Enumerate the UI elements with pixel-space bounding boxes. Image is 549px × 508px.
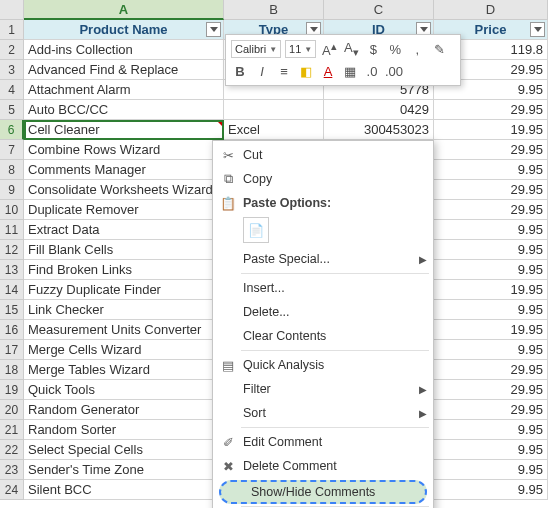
cell[interactable]: Fuzzy Duplicate Finder	[24, 280, 224, 300]
row-number[interactable]: 11	[0, 220, 24, 240]
cell[interactable]: Auto BCC/CC	[24, 100, 224, 120]
cell[interactable]: 29.95	[434, 400, 548, 420]
cell[interactable]: Merge Cells Wizard	[24, 340, 224, 360]
cell[interactable]: Select Special Cells	[24, 440, 224, 460]
comma-icon[interactable]: ,	[408, 42, 426, 57]
menu-clear[interactable]: Clear Contents	[213, 324, 433, 348]
cell[interactable]: Find Broken Links	[24, 260, 224, 280]
row-number[interactable]: 8	[0, 160, 24, 180]
font-color-icon[interactable]: A	[319, 64, 337, 79]
row-number[interactable]: 21	[0, 420, 24, 440]
filter-icon[interactable]	[206, 22, 221, 37]
row-number[interactable]: 2	[0, 40, 24, 60]
row-number[interactable]: 5	[0, 100, 24, 120]
menu-filter[interactable]: Filter▶	[213, 377, 433, 401]
row-number[interactable]: 20	[0, 400, 24, 420]
cell[interactable]: Silent BCC	[24, 480, 224, 500]
cell[interactable]	[224, 100, 324, 120]
borders-icon[interactable]: ▦	[341, 64, 359, 79]
cell[interactable]: Advanced Find & Replace	[24, 60, 224, 80]
menu-paste-special[interactable]: Paste Special...▶	[213, 247, 433, 271]
filter-icon[interactable]	[530, 22, 545, 37]
bold-icon[interactable]: B	[231, 64, 249, 79]
menu-delete[interactable]: Delete...	[213, 300, 433, 324]
col-header-B[interactable]: B	[224, 0, 324, 20]
cell[interactable]: 300453023	[324, 120, 434, 140]
cell[interactable]: 9.95	[434, 420, 548, 440]
decrease-font-icon[interactable]: A▾	[342, 40, 360, 59]
cell[interactable]: Quick Tools	[24, 380, 224, 400]
cell[interactable]: Excel	[224, 120, 324, 140]
menu-edit-comment[interactable]: ✐Edit Comment	[213, 430, 433, 454]
col-header-D[interactable]: D	[434, 0, 548, 20]
cell[interactable]: Measurement Units Converter	[24, 320, 224, 340]
select-all-corner[interactable]	[0, 0, 24, 20]
table-header-product[interactable]: Product Name	[24, 20, 224, 40]
row-number[interactable]: 19	[0, 380, 24, 400]
cell[interactable]: 19.95	[434, 280, 548, 300]
cell[interactable]: Combine Rows Wizard	[24, 140, 224, 160]
cell[interactable]: 29.95	[434, 360, 548, 380]
col-header-C[interactable]: C	[324, 0, 434, 20]
increase-font-icon[interactable]: A▴	[320, 40, 338, 58]
row-number[interactable]: 3	[0, 60, 24, 80]
cell[interactable]: 19.95	[434, 320, 548, 340]
row-number[interactable]: 4	[0, 80, 24, 100]
row-number[interactable]: 16	[0, 320, 24, 340]
cell[interactable]: 19.95	[434, 120, 548, 140]
fill-color-icon[interactable]: ◧	[297, 64, 315, 79]
percent-icon[interactable]: %	[386, 42, 404, 57]
cell[interactable]: Fill Blank Cells	[24, 240, 224, 260]
row-number[interactable]: 13	[0, 260, 24, 280]
cell[interactable]: Consolidate Worksheets Wizard	[24, 180, 224, 200]
menu-sort[interactable]: Sort▶	[213, 401, 433, 425]
cell[interactable]: Add-ins Collection	[24, 40, 224, 60]
cell[interactable]: 9.95	[434, 160, 548, 180]
cell[interactable]: Extract Data	[24, 220, 224, 240]
row-number[interactable]: 23	[0, 460, 24, 480]
menu-cut[interactable]: ✂Cut	[213, 143, 433, 167]
cell[interactable]: 29.95	[434, 180, 548, 200]
decrease-decimal-icon[interactable]: .0	[363, 64, 381, 79]
row-number[interactable]: 12	[0, 240, 24, 260]
font-select[interactable]: Calibri▼	[231, 40, 281, 58]
row-number[interactable]: 10	[0, 200, 24, 220]
row-number[interactable]: 18	[0, 360, 24, 380]
cell[interactable]: 9.95	[434, 260, 548, 280]
currency-icon[interactable]: $	[364, 42, 382, 57]
increase-decimal-icon[interactable]: .00	[385, 64, 403, 79]
cell[interactable]: 9.95	[434, 300, 548, 320]
row-number[interactable]: 7	[0, 140, 24, 160]
row-number[interactable]: 17	[0, 340, 24, 360]
cell[interactable]: Sender's Time Zone	[24, 460, 224, 480]
menu-insert[interactable]: Insert...	[213, 276, 433, 300]
italic-icon[interactable]: I	[253, 64, 271, 79]
font-size-select[interactable]: 11▼	[285, 40, 316, 58]
cell[interactable]: Link Checker	[24, 300, 224, 320]
align-icon[interactable]: ≡	[275, 64, 293, 79]
cell[interactable]: 9.95	[434, 340, 548, 360]
cell[interactable]: Comments Manager	[24, 160, 224, 180]
row-number[interactable]: 9	[0, 180, 24, 200]
cell[interactable]: Merge Tables Wizard	[24, 360, 224, 380]
cell[interactable]: Random Generator	[24, 400, 224, 420]
cell[interactable]: 9.95	[434, 240, 548, 260]
cell[interactable]: 9.95	[434, 460, 548, 480]
row-number[interactable]: 24	[0, 480, 24, 500]
col-header-A[interactable]: A	[24, 0, 224, 20]
menu-delete-comment[interactable]: ✖Delete Comment	[213, 454, 433, 478]
cell[interactable]: 9.95	[434, 480, 548, 500]
cell[interactable]: Cell Cleaner	[24, 120, 224, 140]
cell[interactable]: 29.95	[434, 200, 548, 220]
row-number[interactable]: 6	[0, 120, 24, 140]
cell[interactable]: Duplicate Remover	[24, 200, 224, 220]
cell[interactable]: 9.95	[434, 440, 548, 460]
format-painter-icon[interactable]: ✎	[430, 42, 448, 57]
cell[interactable]: 29.95	[434, 140, 548, 160]
menu-show-hide-comments[interactable]: Show/Hide Comments	[219, 480, 427, 504]
cell[interactable]: 29.95	[434, 100, 548, 120]
cell[interactable]: Random Sorter	[24, 420, 224, 440]
cell[interactable]: 9.95	[434, 220, 548, 240]
menu-quick-analysis[interactable]: ▤Quick Analysis	[213, 353, 433, 377]
cell[interactable]: 0429	[324, 100, 434, 120]
